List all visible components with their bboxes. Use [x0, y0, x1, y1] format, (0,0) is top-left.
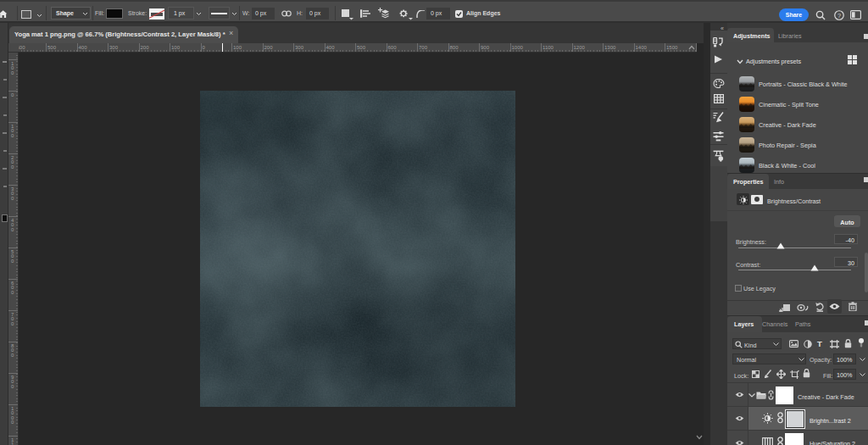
svg-text:?: ? [837, 12, 841, 19]
